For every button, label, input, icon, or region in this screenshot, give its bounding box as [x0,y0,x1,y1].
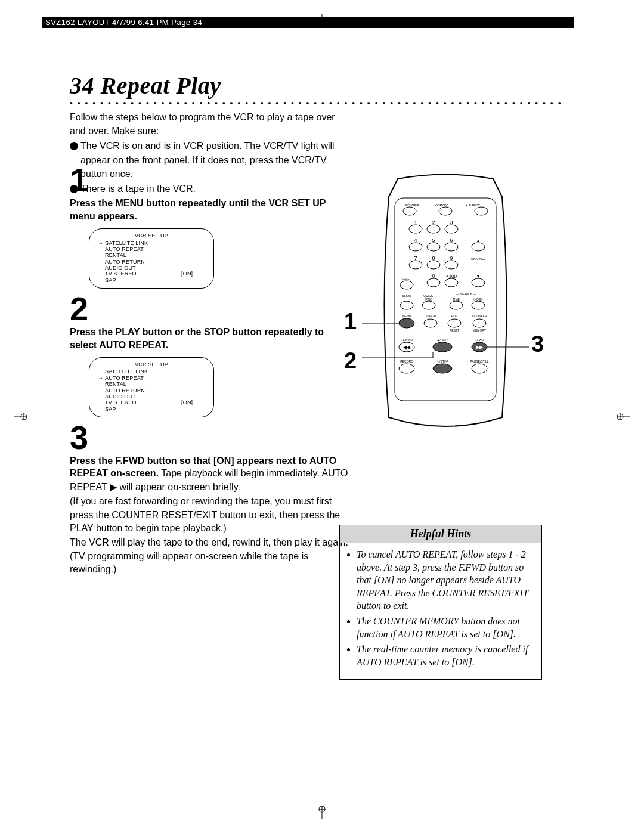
svg-text:POWER: POWER [405,203,419,207]
manual-page: SVZ162 LAYOUT 4/7/99 6:41 PM Page 34 34 … [0,0,644,833]
svg-text:F.FWD: F.FWD [475,338,484,342]
svg-point-51 [400,281,413,289]
svg-point-85 [472,364,487,373]
svg-text:▼: ▼ [476,274,481,278]
svg-text:VCR/TV: VCR/TV [435,203,448,207]
svg-text:PAUSE/STILL: PAUSE/STILL [470,360,489,363]
steps-column: 1 Press the MENU button repeatedly until… [70,160,350,577]
svg-point-67 [424,319,437,327]
svg-point-68 [448,319,461,327]
step-3-body-3: The VCR will play the tape to the end, r… [70,536,350,576]
svg-point-58 [400,301,413,309]
svg-point-22 [475,207,488,215]
page-title: 34 Repeat Play [70,72,565,100]
helpful-hints-box: Helpful Hints To cancel AUTO REPEAT, fol… [339,525,542,680]
step-3-content: Press the F.FWD button so that [ON] appe… [70,454,350,494]
svg-point-60 [450,301,463,309]
svg-text:FIND: FIND [425,298,432,301]
svg-point-61 [472,301,485,309]
svg-point-32 [409,243,422,251]
vcr-menu-2: VCR SET UPSATELLITE LINK→AUTO REPEATRENT… [89,357,214,417]
svg-point-26 [409,225,422,233]
svg-text:DISPLAY: DISPLAY [425,314,437,318]
svg-text:EXIT: EXIT [451,314,457,318]
svg-text:CHANNEL: CHANNEL [471,257,485,261]
crop-mark-right [617,411,630,422]
svg-text:SLOW: SLOW [402,294,411,298]
svg-point-36 [472,243,485,251]
svg-text:MEMORY: MEMORY [473,329,487,332]
svg-point-27 [427,225,440,233]
divider-dots: • • • • • • • • • • • • • • • • • • • • … [70,98,565,108]
svg-point-42 [427,261,440,269]
svg-point-43 [445,261,458,269]
svg-text:— SEARCH —: — SEARCH — [456,292,476,296]
callout-2: 2 [344,349,357,372]
page-content: 34 Repeat Play • • • • • • • • • • • • •… [70,72,565,196]
svg-text:COUNTER: COUNTER [472,314,487,318]
vcr-menu-1: VCR SET UP→SATELLITE LINKAUTO REPEATRENT… [89,228,214,289]
hints-title: Helpful Hints [340,525,541,543]
svg-point-77 [433,342,452,352]
svg-text:▼/STOP: ▼/STOP [436,360,449,363]
bullet-icon [70,142,78,150]
svg-text:REWIND: REWIND [401,338,413,342]
step-2-number: 2 [70,292,350,326]
step-3-body-2: (If you are fast forwarding or rewinding… [70,495,350,535]
svg-text:SPEED: SPEED [402,277,412,281]
svg-point-83 [399,364,414,373]
svg-text:◀◀: ◀◀ [403,345,411,350]
svg-point-21 [439,207,452,215]
svg-text:▲: ▲ [476,239,481,243]
svg-point-69 [473,319,486,327]
svg-point-28 [445,225,458,233]
hint-2: The COUNTER MEMORY button does not funct… [357,615,534,640]
svg-point-34 [445,243,458,251]
svg-text:INDEX: INDEX [473,298,483,301]
crop-mark-bottom [317,806,327,819]
crop-mark-left [14,411,27,422]
svg-text:▲EJECT: ▲EJECT [465,203,480,207]
svg-point-41 [409,261,422,269]
svg-point-48 [445,278,458,287]
svg-text:RESET: RESET [450,329,460,332]
step-3-number: 3 [70,421,350,454]
hints-body: To cancel AUTO REPEAT, follow steps 1 - … [340,543,541,679]
svg-point-33 [427,243,440,251]
callout-3: 3 [531,333,544,355]
svg-point-66 [399,318,414,328]
hint-1: To cancel AUTO REPEAT, follow steps 1 - … [357,548,534,612]
step-1-heading: Press the MENU button repeatedly until t… [70,197,350,222]
svg-text:▲/PLAY: ▲/PLAY [437,338,448,342]
svg-point-84 [433,364,452,373]
intro-text: Follow the steps below to program the VC… [70,112,335,136]
callout-1: 1 [344,310,357,333]
svg-point-20 [403,207,416,215]
step-2-heading: Press the PLAY button or the STOP button… [70,326,350,351]
svg-text:▶▶: ▶▶ [476,345,484,350]
svg-text:TIME: TIME [453,298,460,301]
svg-text:MENU: MENU [402,314,411,318]
remote-illustration: POWER VCR/TV ▲EJECT 123 456 ▲ 789 CHANNE… [362,173,529,441]
svg-point-47 [427,278,440,287]
hint-3: The real-time counter memory is cancelle… [357,643,534,668]
svg-point-59 [422,301,435,309]
svg-point-49 [472,278,485,287]
svg-text:RECORD: RECORD [400,360,413,363]
step-1-number: 1 [70,163,350,197]
page-header: SVZ162 LAYOUT 4/7/99 6:41 PM Page 34 [42,17,574,28]
